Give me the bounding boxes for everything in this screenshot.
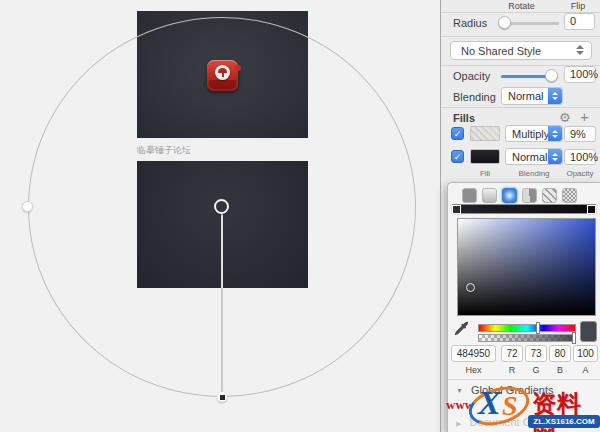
fill-row2-blend-select[interactable]: Normal: [505, 148, 563, 165]
blending-label: Blending: [453, 91, 496, 103]
red-label: R: [501, 365, 523, 375]
gradient-ramp[interactable]: [452, 204, 596, 214]
opacity-slider-fill: [501, 75, 551, 78]
radius-slider-track[interactable]: [503, 22, 559, 25]
blending-value: Normal: [508, 90, 543, 102]
fill-type-noise-button[interactable]: [562, 188, 577, 203]
blue-label: B: [549, 365, 571, 375]
color-position-indicator[interactable]: [466, 283, 475, 292]
eyedropper-icon[interactable]: [453, 321, 470, 338]
alpha-label: A: [573, 365, 598, 375]
flip-label: Flip: [558, 1, 598, 11]
green-input[interactable]: 73: [525, 345, 547, 362]
red-input[interactable]: 72: [501, 345, 523, 362]
fill-row2-swatch[interactable]: [470, 149, 500, 164]
watermark: www X S 资料网 ZL.XS1616.COM: [444, 384, 600, 432]
watermark-logo-s: S: [502, 390, 518, 422]
gradient-stop-end[interactable]: [587, 205, 596, 214]
alpha-slider[interactable]: [478, 334, 576, 342]
shared-style-value: No Shared Style: [461, 45, 541, 57]
gradient-end-dot: [220, 395, 225, 400]
fill-type-angular-gradient-button[interactable]: [522, 188, 537, 203]
current-color-swatch: [580, 321, 597, 342]
alpha-slider-indicator[interactable]: [572, 332, 576, 344]
gradient-end-handle[interactable]: [217, 392, 227, 402]
opacity-slider-knob[interactable]: [545, 69, 558, 82]
divider: [441, 36, 600, 37]
ellipse-left-handle[interactable]: [22, 201, 33, 212]
fill-row2-checkbox[interactable]: ✓: [451, 150, 464, 163]
radius-label: Radius: [453, 17, 487, 29]
fill-row1-swatch[interactable]: [470, 126, 500, 141]
watermark-logo-x: X: [478, 384, 501, 422]
fill-type-radial-gradient-button[interactable]: [502, 188, 517, 203]
rotate-label: Rotate: [499, 1, 544, 11]
gradient-stop-start[interactable]: [452, 205, 461, 214]
fill-type-pattern-button[interactable]: [542, 188, 557, 203]
hue-slider[interactable]: [478, 324, 576, 332]
hue-slider-indicator[interactable]: [536, 322, 540, 334]
fill-row1-blend-value: Multiply: [512, 128, 549, 140]
shared-style-select[interactable]: No Shared Style: [450, 41, 592, 60]
blending-column-label: Blending: [505, 169, 563, 178]
fill-row1-opacity-input[interactable]: 9%: [564, 126, 596, 142]
saturation-brightness-area[interactable]: [457, 218, 596, 316]
opacity-label: Opacity: [453, 70, 490, 82]
fill-row2-opacity-input[interactable]: 100%: [564, 149, 596, 165]
stepper-icon[interactable]: [548, 126, 562, 141]
fill-type-flat-button[interactable]: [462, 188, 477, 203]
alpha-input[interactable]: 100: [573, 345, 598, 362]
watermark-url-badge: ZL.XS1616.COM: [528, 415, 600, 428]
fill-row1-checkbox[interactable]: ✓: [451, 127, 464, 140]
selection-ellipse-path[interactable]: [28, 17, 416, 397]
fill-row1-blend-select[interactable]: Multiply: [505, 125, 563, 142]
hex-label: Hex: [451, 365, 496, 375]
radius-input[interactable]: 0: [564, 13, 595, 30]
opacity-input[interactable]: 100%: [564, 66, 596, 83]
blending-select[interactable]: Normal: [501, 87, 563, 105]
add-fill-button[interactable]: +: [580, 108, 589, 125]
hex-input[interactable]: 484950: [451, 345, 496, 362]
fill-column-label: Fill: [470, 169, 500, 178]
fill-type-linear-gradient-button[interactable]: [482, 188, 497, 203]
opacity-column-label: Opacity: [562, 169, 598, 178]
radius-slider-knob[interactable]: [498, 16, 511, 29]
stepper-icon[interactable]: [548, 149, 562, 164]
divider: [448, 379, 600, 380]
updown-chevrons-icon: [576, 45, 584, 57]
stepper-icon[interactable]: [548, 88, 562, 104]
gear-icon[interactable]: ⚙: [559, 110, 571, 125]
green-label: G: [525, 365, 547, 375]
divider: [441, 107, 600, 108]
blue-input[interactable]: 80: [549, 345, 571, 362]
fill-row2-blend-value: Normal: [512, 151, 547, 163]
fills-header: Fills: [453, 112, 475, 124]
app-window: 临摹锤子论坛 Rotate Flip Radius 0 No Shared St…: [0, 0, 600, 432]
